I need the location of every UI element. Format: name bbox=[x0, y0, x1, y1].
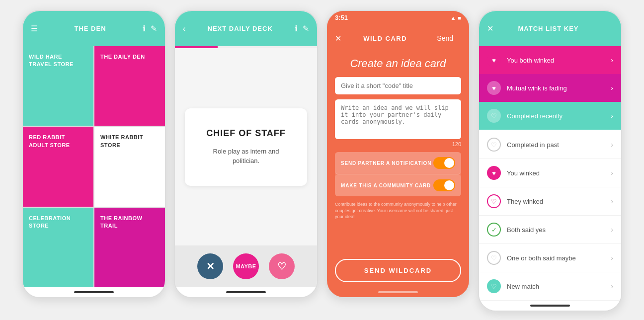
you-winked-item[interactable]: ♥ You winked › bbox=[479, 159, 621, 187]
daily-deck-title: NEXT DAILY DECK bbox=[200, 18, 281, 39]
toggle-knob-1 bbox=[444, 158, 454, 168]
maybe-icon: ♡ bbox=[487, 251, 501, 265]
reject-button[interactable]: ✕ bbox=[197, 253, 223, 279]
wildcard-header: ✕ WILD CARD Send bbox=[327, 24, 469, 52]
card-title: CHIEF OF STAFF bbox=[200, 128, 292, 139]
daily-card: CHIEF OF STAFF Role play as intern and p… bbox=[185, 108, 307, 186]
they-winked-icon: ♡ bbox=[487, 194, 501, 208]
both-yes-label: Both said yes bbox=[507, 226, 611, 234]
screen-daily-deck: ‹ NEXT DAILY DECK ℹ ✎ CHIEF OF STAFF Rol… bbox=[174, 10, 318, 298]
send-wildcard-button[interactable]: SEND WILDCARD bbox=[335, 259, 461, 282]
wink-both-label: You both winked bbox=[507, 57, 611, 64]
code-title-input[interactable] bbox=[335, 77, 461, 94]
notification-label: SEND PARTNER A NOTIFICATION bbox=[341, 160, 431, 166]
they-winked-item[interactable]: ♡ They winked › bbox=[479, 187, 621, 216]
edit-icon-2[interactable]: ✎ bbox=[303, 24, 309, 33]
home-indicator-2 bbox=[226, 291, 266, 293]
create-title: Create an idea card bbox=[335, 57, 461, 70]
community-note: Contribute ideas to the community anonym… bbox=[335, 201, 461, 220]
you-winked-icon: ♥ bbox=[487, 166, 501, 180]
maybe-button[interactable]: MAYBE bbox=[233, 253, 259, 279]
community-toggle-row: MAKE THIS A COMMUNITY CARD bbox=[335, 174, 461, 196]
menu-icon[interactable]: ☰ bbox=[31, 24, 38, 33]
red-rabbit-store[interactable]: RED RABBITADULT STORE bbox=[23, 127, 93, 206]
completed-past-item[interactable]: ♡ Completed in past › bbox=[479, 131, 621, 159]
card-body: Role play as intern and politician. bbox=[200, 147, 292, 166]
store-grid: WILD HARETRAVEL STORE THE DAILY DEN RED … bbox=[23, 46, 165, 287]
wink-both-item[interactable]: ♥ You both winked › bbox=[479, 46, 621, 74]
home-indicator-3 bbox=[378, 291, 418, 293]
white-rabbit-store[interactable]: WHITE RABBIT STORE bbox=[94, 127, 165, 206]
fading-icon: ♥ bbox=[487, 81, 501, 95]
community-label: MAKE THIS A COMMUNITY CARD bbox=[341, 183, 431, 188]
info-icon-2[interactable]: ℹ bbox=[295, 24, 298, 33]
both-yes-item[interactable]: ✓ Both said yes › bbox=[479, 216, 621, 244]
screen-wildcard: 3:51 ▲ ■ ✕ WILD CARD Send Create an idea… bbox=[326, 10, 470, 298]
home-indicator bbox=[74, 291, 114, 293]
match-list-title: MATCH LIST KEY bbox=[510, 18, 586, 39]
notification-toggle[interactable] bbox=[433, 157, 455, 169]
maybe-item[interactable]: ♡ One or both said maybe › bbox=[479, 244, 621, 272]
community-toggle[interactable] bbox=[433, 179, 455, 191]
maybe-label: One or both said maybe bbox=[507, 254, 611, 262]
daily-den-store[interactable]: THE DAILY DEN bbox=[94, 46, 165, 126]
daily-deck-header: ‹ NEXT DAILY DECK ℹ ✎ bbox=[175, 11, 317, 46]
chevron-8: › bbox=[611, 254, 613, 262]
action-bar: ✕ MAYBE ♡ bbox=[175, 245, 317, 287]
celebration-store[interactable]: CELEBRATION STORE bbox=[23, 208, 93, 287]
home-indicator-4 bbox=[530, 305, 570, 307]
back-icon[interactable]: ‹ bbox=[183, 24, 185, 33]
send-label[interactable]: Send bbox=[429, 29, 461, 47]
like-button[interactable]: ♡ bbox=[269, 253, 295, 279]
home-bar bbox=[23, 287, 165, 297]
wild-hare-store[interactable]: WILD HARETRAVEL STORE bbox=[23, 46, 93, 126]
char-count: 120 bbox=[335, 141, 461, 147]
chevron-3: › bbox=[611, 112, 613, 120]
match-list: ♥ You both winked › ♥ Mutual wink is fad… bbox=[479, 46, 621, 301]
chevron-5: › bbox=[611, 169, 613, 177]
chevron-9: › bbox=[611, 282, 613, 290]
both-yes-icon: ✓ bbox=[487, 223, 501, 237]
screen-match-list: ✕ MATCH LIST KEY ♥ You both winked › ♥ M… bbox=[478, 10, 622, 312]
home-bar-4 bbox=[479, 301, 621, 311]
new-match-item[interactable]: ♡ New match › bbox=[479, 272, 621, 301]
match-list-header: ✕ MATCH LIST KEY bbox=[479, 11, 621, 46]
status-bar: 3:51 ▲ ■ bbox=[327, 11, 469, 24]
card-area: CHIEF OF STAFF Role play as intern and p… bbox=[175, 48, 317, 245]
fading-label: Mutual wink is fading bbox=[507, 84, 611, 92]
completed-recently-item[interactable]: ♡ Completed recently › bbox=[479, 102, 621, 130]
new-match-icon: ♡ bbox=[487, 279, 501, 293]
chevron-1: › bbox=[611, 56, 613, 64]
battery-icon: ■ bbox=[458, 15, 461, 21]
maybe-label: MAYBE bbox=[236, 263, 256, 269]
close-icon-match[interactable]: ✕ bbox=[487, 24, 493, 33]
rainbow-trail-store[interactable]: THE RAINBOW TRAIL bbox=[94, 208, 165, 287]
heart-icon: ♡ bbox=[277, 260, 286, 272]
completed-past-icon: ♡ bbox=[487, 138, 501, 152]
screens-container: ☰ THE DEN ℹ ✎ WILD HARETRAVEL STORE THE … bbox=[22, 10, 622, 312]
wifi-icon: ▲ bbox=[450, 15, 456, 21]
idea-textarea[interactable] bbox=[335, 99, 461, 139]
you-winked-label: You winked bbox=[507, 169, 611, 177]
x-icon: ✕ bbox=[206, 260, 215, 272]
wildcard-content: Create an idea card 120 SEND PARTNER A N… bbox=[327, 52, 469, 255]
completed-past-label: Completed in past bbox=[507, 141, 611, 149]
close-icon[interactable]: ✕ bbox=[335, 34, 341, 43]
completed-recently-label: Completed recently bbox=[507, 112, 611, 120]
info-icon[interactable]: ℹ bbox=[143, 24, 146, 33]
new-match-label: New match bbox=[507, 283, 611, 290]
fading-item[interactable]: ♥ Mutual wink is fading › bbox=[479, 74, 621, 102]
den-title: THE DEN bbox=[66, 18, 114, 39]
screen-den: ☰ THE DEN ℹ ✎ WILD HARETRAVEL STORE THE … bbox=[22, 10, 166, 298]
chevron-6: › bbox=[611, 197, 613, 205]
home-bar-3 bbox=[327, 287, 469, 297]
completed-recently-icon: ♡ bbox=[487, 109, 501, 123]
edit-icon[interactable]: ✎ bbox=[151, 24, 157, 33]
den-header: ☰ THE DEN ℹ ✎ bbox=[23, 11, 165, 46]
chevron-4: › bbox=[611, 141, 613, 149]
notification-toggle-row: SEND PARTNER A NOTIFICATION bbox=[335, 152, 461, 174]
home-bar-2 bbox=[175, 287, 317, 297]
time-display: 3:51 bbox=[335, 14, 348, 21]
chevron-2: › bbox=[611, 84, 613, 92]
wildcard-title: WILD CARD bbox=[355, 30, 415, 47]
